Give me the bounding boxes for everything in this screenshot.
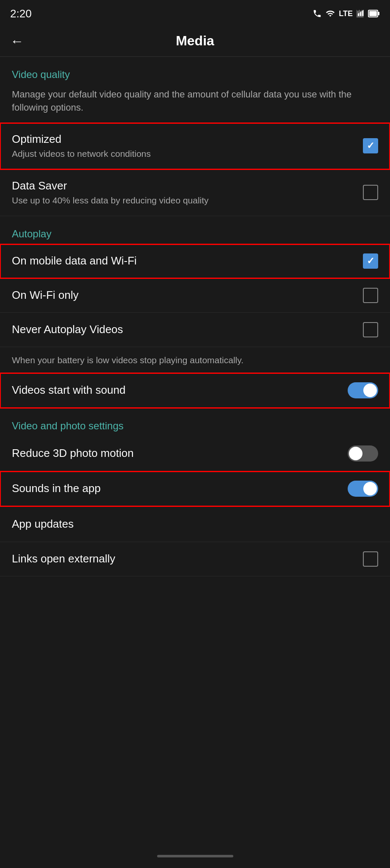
home-indicator: [157, 855, 233, 857]
toggle-knob: [363, 384, 377, 397]
status-bar: 2:20 LTE: [0, 0, 390, 25]
page-title: Media: [176, 33, 214, 49]
data-saver-row[interactable]: Data Saver Use up to 40% less data by re…: [0, 170, 390, 216]
back-button[interactable]: ←: [10, 34, 24, 48]
on-wifi-only-text: On Wi-Fi only: [12, 288, 363, 303]
never-autoplay-label: Never Autoplay Videos: [12, 323, 354, 337]
reduce-3d-photo-row[interactable]: Reduce 3D photo motion: [0, 436, 390, 471]
on-wifi-only-label: On Wi-Fi only: [12, 288, 354, 303]
misc-section: App updates Links open externally: [0, 506, 390, 576]
status-time: 2:20: [10, 7, 32, 20]
optimized-text: Optimized Adjust videos to network condi…: [12, 132, 363, 160]
content-area: Video quality Manage your default video …: [0, 57, 390, 576]
links-open-externally-row[interactable]: Links open externally: [0, 542, 390, 576]
autoplay-section: Autoplay On mobile data and Wi-Fi On Wi-…: [0, 216, 390, 408]
svg-rect-1: [378, 12, 379, 15]
videos-start-with-sound-text: Videos start with sound: [12, 383, 348, 398]
on-mobile-wifi-label: On mobile data and Wi-Fi: [12, 254, 354, 268]
never-autoplay-text: Never Autoplay Videos: [12, 323, 363, 337]
page-header: ← Media: [0, 25, 390, 57]
signal-icon: [356, 9, 365, 18]
optimized-row[interactable]: Optimized Adjust videos to network condi…: [0, 123, 390, 170]
links-open-externally-label: Links open externally: [12, 552, 354, 566]
on-mobile-wifi-row[interactable]: On mobile data and Wi-Fi: [0, 244, 390, 278]
reduce-3d-toggle-knob: [349, 447, 362, 460]
videos-start-with-sound-label: Videos start with sound: [12, 383, 339, 398]
never-autoplay-row[interactable]: Never Autoplay Videos: [0, 313, 390, 347]
data-saver-sublabel: Use up to 40% less data by reducing vide…: [12, 195, 354, 206]
status-icons: LTE: [313, 9, 380, 18]
reduce-3d-photo-label: Reduce 3D photo motion: [12, 446, 339, 461]
app-updates-row[interactable]: App updates: [0, 506, 390, 542]
wifi-icon: [325, 9, 335, 18]
battery-icon: [368, 9, 380, 18]
data-saver-label: Data Saver: [12, 179, 354, 193]
battery-note: When your battery is low videos stop pla…: [0, 347, 390, 373]
app-updates-label: App updates: [12, 517, 74, 531]
sounds-in-app-label: Sounds in the app: [12, 481, 339, 496]
bottom-bar: [0, 844, 390, 868]
optimized-label: Optimized: [12, 132, 354, 147]
on-wifi-only-checkbox[interactable]: [363, 288, 378, 303]
links-open-externally-text: Links open externally: [12, 552, 363, 566]
optimized-checkbox[interactable]: [363, 138, 378, 153]
videos-start-with-sound-toggle[interactable]: [348, 382, 378, 398]
video-quality-description: Manage your default video quality and th…: [0, 85, 390, 123]
autoplay-section-header: Autoplay: [0, 216, 390, 244]
never-autoplay-checkbox[interactable]: [363, 322, 378, 337]
data-saver-checkbox[interactable]: [363, 185, 378, 200]
svg-rect-2: [369, 11, 377, 16]
sounds-in-app-row[interactable]: Sounds in the app: [0, 471, 390, 506]
videos-start-with-sound-row[interactable]: Videos start with sound: [0, 373, 390, 408]
on-mobile-wifi-text: On mobile data and Wi-Fi: [12, 254, 363, 268]
data-saver-text: Data Saver Use up to 40% less data by re…: [12, 179, 363, 206]
video-quality-section-header: Video quality: [0, 57, 390, 85]
sounds-in-app-text: Sounds in the app: [12, 481, 348, 496]
video-quality-section: Video quality Manage your default video …: [0, 57, 390, 216]
phone-icon: [313, 9, 322, 18]
lte-icon: LTE: [339, 9, 353, 18]
optimized-sublabel: Adjust videos to network conditions: [12, 148, 354, 159]
on-wifi-only-row[interactable]: On Wi-Fi only: [0, 278, 390, 313]
video-photo-section: Video and photo settings Reduce 3D photo…: [0, 408, 390, 506]
sounds-in-app-toggle[interactable]: [348, 481, 378, 497]
links-open-externally-checkbox[interactable]: [363, 551, 378, 567]
video-photo-section-header: Video and photo settings: [0, 408, 390, 436]
sounds-toggle-knob: [363, 482, 377, 495]
on-mobile-wifi-checkbox[interactable]: [363, 253, 378, 269]
reduce-3d-photo-text: Reduce 3D photo motion: [12, 446, 348, 461]
reduce-3d-photo-toggle[interactable]: [348, 445, 378, 462]
